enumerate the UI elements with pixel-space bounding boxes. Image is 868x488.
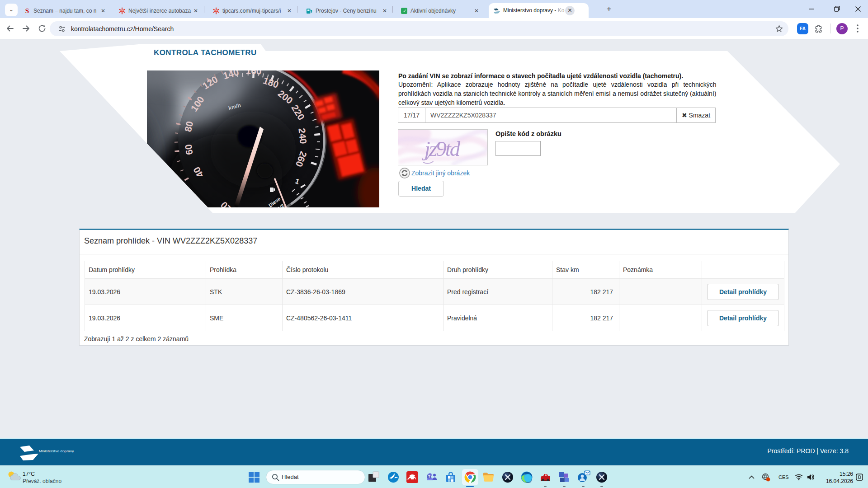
svg-text:240: 240 (297, 127, 309, 144)
svg-text:S: S (25, 7, 29, 14)
svg-text:60: 60 (183, 144, 194, 155)
svg-text:160: 160 (245, 70, 262, 76)
svg-text:jz9td: jz9td (422, 137, 461, 160)
svg-text:T: T (428, 474, 430, 479)
